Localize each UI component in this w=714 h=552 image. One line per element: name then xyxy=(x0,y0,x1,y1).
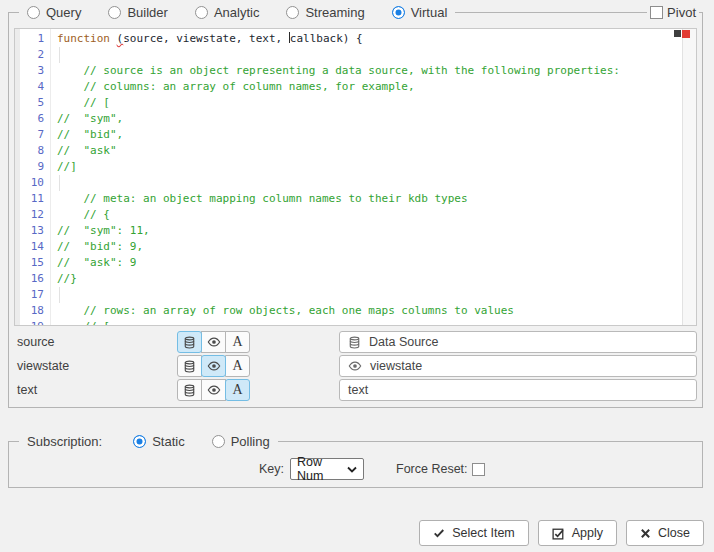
text-icon: A xyxy=(232,359,242,373)
param-mode-text-button[interactable]: A xyxy=(225,331,250,353)
key-select-value: Row Num xyxy=(297,455,347,483)
database-icon xyxy=(348,336,361,349)
code-segment: // { xyxy=(57,208,110,221)
param-mode-eye-button[interactable] xyxy=(201,355,226,377)
editor-overview-marker-dark xyxy=(674,30,681,37)
param-mode-eye-button[interactable] xyxy=(201,331,226,353)
code-line: // "sym": 11, xyxy=(57,223,682,239)
indent-guide xyxy=(59,287,60,303)
select-item-button[interactable]: Select Item xyxy=(419,520,529,546)
param-value-input[interactable]: viewstate xyxy=(339,355,697,377)
subscription-label: Subscription: xyxy=(27,434,102,449)
database-icon xyxy=(183,360,196,373)
line-number: 7 xyxy=(20,127,44,143)
database-icon xyxy=(183,336,196,349)
code-segment: // source is an object representing a da… xyxy=(57,64,620,77)
radio-icon xyxy=(27,6,40,19)
param-row-source: sourceAData Source xyxy=(17,331,697,353)
indent-guide xyxy=(59,175,60,191)
mode-option-builder[interactable]: Builder xyxy=(108,5,167,20)
text-icon: A xyxy=(232,383,242,397)
editor-code-area[interactable]: function (source, viewstate, text, callb… xyxy=(51,29,682,325)
code-line: // columns: an array of column names, fo… xyxy=(57,79,682,95)
code-line xyxy=(57,287,682,303)
radio-icon xyxy=(108,6,121,19)
mode-option-query[interactable]: Query xyxy=(27,5,81,20)
param-label: text xyxy=(17,383,177,397)
line-number: 12 xyxy=(20,207,44,223)
line-number: 18 xyxy=(20,303,44,319)
code-editor[interactable]: 12345678910111213141516171819 function (… xyxy=(14,28,697,326)
param-mode-database-button[interactable] xyxy=(177,379,202,401)
param-mode-database-button[interactable] xyxy=(177,355,202,377)
line-number: 14 xyxy=(20,239,44,255)
close-icon xyxy=(640,528,651,539)
param-mode-database-button[interactable] xyxy=(177,331,202,353)
param-mode-eye-button[interactable] xyxy=(201,379,226,401)
code-segment: // [ xyxy=(57,320,110,325)
key-select[interactable]: Row Num xyxy=(290,458,364,480)
code-segment: // "bid": 9, xyxy=(57,240,143,253)
mode-option-streaming[interactable]: Streaming xyxy=(286,5,364,20)
button-label: Apply xyxy=(572,526,603,540)
code-line: // [ xyxy=(57,319,682,325)
apply-button[interactable]: Apply xyxy=(538,520,617,546)
code-segment: //} xyxy=(57,272,77,285)
param-mode-text-button[interactable]: A xyxy=(225,355,250,377)
indent-guide xyxy=(59,47,60,63)
line-number: 16 xyxy=(20,271,44,287)
mode-option-analytic[interactable]: Analytic xyxy=(195,5,260,20)
line-number: 6 xyxy=(20,111,44,127)
editor-scrollbar[interactable] xyxy=(682,29,696,325)
force-reset-label: Force Reset: xyxy=(396,462,468,476)
code-segment: // "ask" xyxy=(57,144,117,157)
param-value-input[interactable]: text xyxy=(339,379,697,401)
editor-line-numbers: 12345678910111213141516171819 xyxy=(20,29,51,325)
code-segment xyxy=(110,32,117,45)
code-line: // "ask" xyxy=(57,143,682,159)
param-label: source xyxy=(17,335,177,349)
code-line: //] xyxy=(57,159,682,175)
code-line: // [ xyxy=(57,95,682,111)
param-value-text: Data Source xyxy=(369,335,438,349)
param-mode-text-button[interactable]: A xyxy=(225,379,250,401)
mode-option-label: Builder xyxy=(127,5,167,20)
code-line: function (source, viewstate, text, callb… xyxy=(57,31,682,47)
line-number: 10 xyxy=(20,175,44,191)
line-number: 2 xyxy=(20,47,44,63)
line-number: 13 xyxy=(20,223,44,239)
line-number: 11 xyxy=(20,191,44,207)
line-number: 8 xyxy=(20,143,44,159)
param-value-input[interactable]: Data Source xyxy=(339,331,697,353)
button-label: Close xyxy=(658,526,690,540)
code-segment: // meta: an object mapping column names … xyxy=(57,192,468,205)
subscription-legend: Subscription: StaticPolling xyxy=(19,432,278,451)
mode-option-virtual[interactable]: Virtual xyxy=(392,5,448,20)
subscription-option-label: Polling xyxy=(231,434,270,449)
code-segment: // "ask": 9 xyxy=(57,256,136,269)
param-value-text: text xyxy=(348,383,368,397)
subscription-groupbox: Subscription: StaticPolling Key: Row Num… xyxy=(8,441,703,488)
param-value-text: viewstate xyxy=(370,359,422,373)
mode-bar-legend: QueryBuilderAnalyticStreamingVirtual xyxy=(19,3,455,22)
subscription-settings: Key: Row Num Force Reset: xyxy=(259,458,485,480)
close-button[interactable]: Close xyxy=(626,520,704,546)
mode-option-label: Streaming xyxy=(305,5,364,20)
subscription-option-polling[interactable]: Polling xyxy=(212,434,270,449)
subscription-option-static[interactable]: Static xyxy=(133,434,185,449)
button-label: Select Item xyxy=(452,526,515,540)
code-segment: function xyxy=(57,32,110,45)
code-line: // meta: an object mapping column names … xyxy=(57,191,682,207)
line-number: 17 xyxy=(20,287,44,303)
mode-groupbox: QueryBuilderAnalyticStreamingVirtual Piv… xyxy=(8,12,703,408)
code-line: // "ask": 9 xyxy=(57,255,682,271)
radio-icon xyxy=(392,6,405,19)
pivot-option[interactable]: Pivot xyxy=(647,3,699,22)
code-line: // "bid": 9, xyxy=(57,239,682,255)
code-segment: // "sym", xyxy=(57,112,123,125)
code-line: // "sym", xyxy=(57,111,682,127)
force-reset-checkbox[interactable] xyxy=(472,463,485,476)
mode-option-label: Virtual xyxy=(411,5,448,20)
param-mode-group: A xyxy=(177,331,250,353)
pivot-checkbox[interactable] xyxy=(650,6,663,19)
